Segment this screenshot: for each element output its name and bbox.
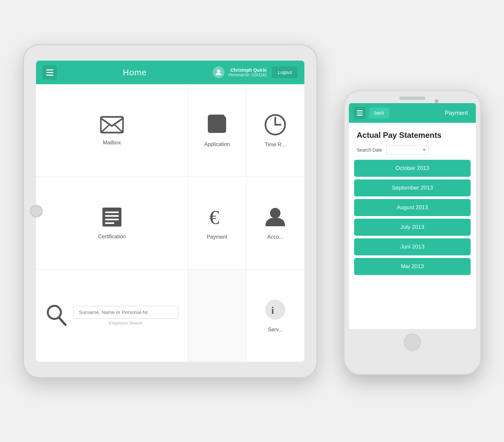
pay-item-4[interactable]: Juni 2013 (354, 238, 471, 255)
grid-cell-certification[interactable]: Certification (36, 177, 188, 269)
back-button[interactable]: back (369, 108, 389, 118)
phone-header: back Payment (349, 103, 476, 123)
phone-menu-button[interactable] (353, 107, 366, 119)
phone-page-title: Payment (393, 110, 471, 117)
pay-item-5[interactable]: Mai 2013 (354, 258, 471, 275)
account-icon (264, 206, 286, 230)
page-title: Home (57, 67, 213, 78)
scene: Home Christoph Quirin Personal-Nr: 32432… (23, 25, 481, 417)
pay-statements-list: October 2013September 2013August 2013Jul… (349, 160, 476, 275)
svg-rect-12 (105, 222, 114, 224)
search-hint: Employee Search (73, 321, 178, 325)
grid-cell-time-recording[interactable]: Time R... (246, 84, 305, 177)
svg-line-3 (115, 125, 123, 133)
phone-menu-line-2 (357, 113, 363, 114)
search-icon (46, 304, 67, 327)
pay-item-1[interactable]: September 2013 (354, 179, 471, 196)
phone-home-button[interactable] (404, 334, 421, 351)
menu-button[interactable] (43, 65, 57, 80)
user-info-section: Christoph Quirin Personal-Nr: 3243242 (213, 66, 267, 78)
employee-search-input[interactable] (73, 306, 178, 319)
tablet-screen: Home Christoph Quirin Personal-Nr: 32432… (36, 61, 304, 362)
phone-speaker (399, 97, 425, 100)
grid-cell-application[interactable]: Application (188, 84, 246, 177)
svg-rect-11 (105, 219, 119, 220)
phone-menu-line-3 (357, 115, 363, 116)
tablet-header: Home Christoph Quirin Personal-Nr: 32432… (36, 61, 304, 84)
search-date-select[interactable] (386, 145, 429, 155)
home-grid: Mailbox Application (36, 84, 304, 362)
menu-line-2 (46, 72, 53, 73)
phone-menu-line-1 (357, 110, 363, 111)
time-recording-label: Time R... (265, 142, 286, 148)
svg-line-2 (101, 125, 109, 133)
svg-point-14 (270, 208, 280, 218)
grid-cell-account[interactable]: Acco... (246, 177, 305, 269)
application-icon (207, 114, 227, 137)
certification-icon (101, 206, 123, 229)
user-name: Christoph Quirin (228, 67, 267, 73)
svg-text:i: i (271, 305, 274, 316)
svg-text:€: € (209, 206, 219, 228)
user-avatar (213, 66, 225, 78)
phone-camera (435, 99, 439, 103)
application-label: Application (204, 141, 230, 147)
pay-item-0[interactable]: October 2013 (354, 160, 471, 177)
svg-line-16 (59, 318, 65, 325)
grid-cell-mailbox[interactable]: Mailbox (36, 84, 188, 177)
mailbox-icon (100, 116, 124, 135)
search-date-label: Search Date (357, 147, 382, 153)
search-date-row: Search Date (349, 145, 476, 160)
svg-point-17 (266, 301, 284, 319)
phone-device: back Payment Actual Pay Statements Searc… (344, 90, 481, 375)
account-label: Acco... (267, 234, 283, 240)
menu-line-1 (46, 69, 53, 70)
svg-rect-10 (105, 215, 119, 217)
phone-screen: back Payment Actual Pay Statements Searc… (349, 103, 476, 329)
tablet-home-button[interactable] (30, 205, 43, 217)
pay-item-3[interactable]: July 2013 (354, 219, 471, 236)
svg-rect-9 (105, 212, 119, 213)
menu-line-3 (46, 75, 53, 76)
time-recording-icon (264, 114, 286, 137)
payment-label: Payment (207, 234, 227, 240)
payment-icon: € (206, 206, 228, 230)
mailbox-label: Mailbox (103, 140, 121, 146)
grid-cell-search[interactable]: Employee Search (36, 269, 188, 362)
pay-item-2[interactable]: August 2013 (354, 199, 471, 216)
grid-cell-service[interactable]: i Serv... (246, 269, 305, 362)
user-details: Christoph Quirin Personal-Nr: 3243242 (228, 67, 267, 77)
grid-cell-payment[interactable]: € Payment (188, 177, 246, 269)
pay-statements-title: Actual Pay Statements (349, 123, 476, 145)
phone-content: Actual Pay Statements Search Date Octobe… (349, 123, 476, 329)
svg-point-0 (217, 69, 220, 73)
grid-cell-empty (188, 269, 246, 362)
logout-button[interactable]: Logout (272, 66, 298, 78)
certification-label: Certification (98, 234, 126, 240)
user-id: Personal-Nr: 3243242 (228, 73, 267, 77)
service-label: Serv... (268, 327, 283, 333)
tablet-device: Home Christoph Quirin Personal-Nr: 32432… (23, 44, 317, 378)
search-input-wrapper: Employee Search (73, 306, 178, 325)
service-icon: i (264, 299, 286, 322)
